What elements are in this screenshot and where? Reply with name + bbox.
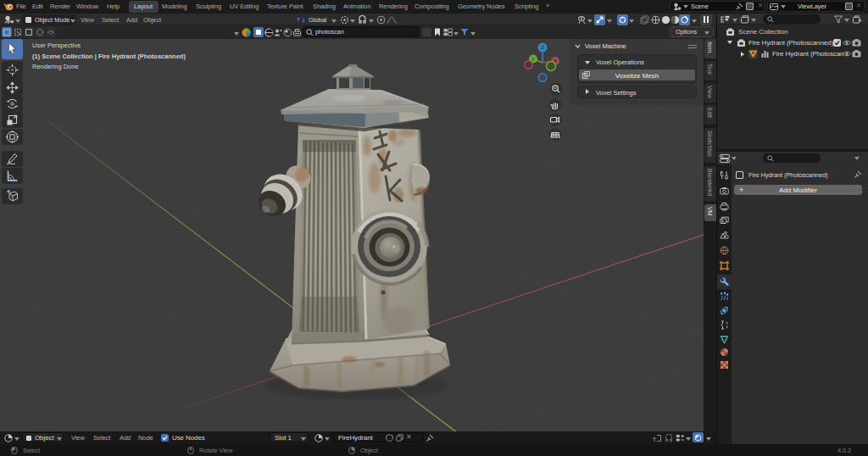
svg-text:Z: Z [541,45,544,50]
svg-text:Y: Y [531,57,535,62]
